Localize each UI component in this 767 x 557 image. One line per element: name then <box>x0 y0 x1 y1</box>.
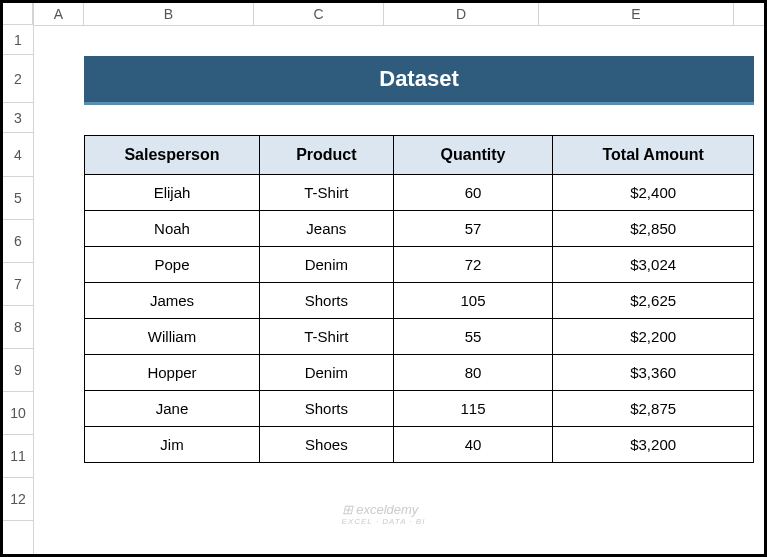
table-row: Hopper Denim 80 $3,360 <box>85 355 754 391</box>
cell-product[interactable]: Jeans <box>259 211 393 247</box>
cell-salesperson[interactable]: James <box>85 283 260 319</box>
row-header-5[interactable]: 5 <box>3 177 33 220</box>
row-header-1[interactable]: 1 <box>3 25 33 55</box>
row-header-10[interactable]: 10 <box>3 392 33 435</box>
cell-total[interactable]: $2,625 <box>553 283 754 319</box>
col-header-D[interactable]: D <box>384 3 539 25</box>
cell-total[interactable]: $3,200 <box>553 427 754 463</box>
table-row: William T-Shirt 55 $2,200 <box>85 319 754 355</box>
select-all-corner[interactable] <box>3 3 33 25</box>
cell-quantity[interactable]: 57 <box>393 211 553 247</box>
row-header-7[interactable]: 7 <box>3 263 33 306</box>
cell-total[interactable]: $3,024 <box>553 247 754 283</box>
dataset-title: Dataset <box>84 56 754 105</box>
data-table: Salesperson Product Quantity Total Amoun… <box>84 135 754 463</box>
row-header-11[interactable]: 11 <box>3 435 33 478</box>
cell-product[interactable]: Denim <box>259 247 393 283</box>
cell-salesperson[interactable]: William <box>85 319 260 355</box>
cell-salesperson[interactable]: Elijah <box>85 175 260 211</box>
table-row: James Shorts 105 $2,625 <box>85 283 754 319</box>
table-header-row: Salesperson Product Quantity Total Amoun… <box>85 136 754 175</box>
col-header-A[interactable]: A <box>34 3 84 25</box>
header-quantity[interactable]: Quantity <box>393 136 553 175</box>
column-headers-row: A B C D E <box>34 3 764 26</box>
row-header-8[interactable]: 8 <box>3 306 33 349</box>
col-header-E[interactable]: E <box>539 3 734 25</box>
cell-product[interactable]: Shorts <box>259 391 393 427</box>
row-header-3[interactable]: 3 <box>3 103 33 133</box>
cell-total[interactable]: $2,875 <box>553 391 754 427</box>
cell-total[interactable]: $2,400 <box>553 175 754 211</box>
cell-total[interactable]: $2,850 <box>553 211 754 247</box>
cell-product[interactable]: Shoes <box>259 427 393 463</box>
cell-quantity[interactable]: 72 <box>393 247 553 283</box>
row-header-4[interactable]: 4 <box>3 133 33 177</box>
row-header-6[interactable]: 6 <box>3 220 33 263</box>
cell-salesperson[interactable]: Jane <box>85 391 260 427</box>
cell-salesperson[interactable]: Pope <box>85 247 260 283</box>
table-row: Elijah T-Shirt 60 $2,400 <box>85 175 754 211</box>
table-row: Jane Shorts 115 $2,875 <box>85 391 754 427</box>
cell-quantity[interactable]: 115 <box>393 391 553 427</box>
cell-salesperson[interactable]: Jim <box>85 427 260 463</box>
cell-quantity[interactable]: 60 <box>393 175 553 211</box>
cell-salesperson[interactable]: Hopper <box>85 355 260 391</box>
header-product[interactable]: Product <box>259 136 393 175</box>
grid-body[interactable]: Dataset <box>34 26 764 554</box>
cell-product[interactable]: Shorts <box>259 283 393 319</box>
cell-total[interactable]: $3,360 <box>553 355 754 391</box>
row-header-2[interactable]: 2 <box>3 55 33 103</box>
row-headers-column: 1 2 3 4 5 6 7 8 9 10 11 12 <box>3 3 34 554</box>
col-header-C[interactable]: C <box>254 3 384 25</box>
cell-product[interactable]: T-Shirt <box>259 175 393 211</box>
main-grid: A B C D E Dataset <box>34 3 764 554</box>
header-total[interactable]: Total Amount <box>553 136 754 175</box>
table-row: Pope Denim 72 $3,024 <box>85 247 754 283</box>
cell-quantity[interactable]: 105 <box>393 283 553 319</box>
cell-quantity[interactable]: 40 <box>393 427 553 463</box>
cell-quantity[interactable]: 55 <box>393 319 553 355</box>
row-header-9[interactable]: 9 <box>3 349 33 392</box>
cell-product[interactable]: Denim <box>259 355 393 391</box>
row-header-12[interactable]: 12 <box>3 478 33 521</box>
cell-quantity[interactable]: 80 <box>393 355 553 391</box>
spreadsheet: 1 2 3 4 5 6 7 8 9 10 11 12 A B C D E <box>3 3 764 554</box>
col-header-B[interactable]: B <box>84 3 254 25</box>
table-row: Noah Jeans 57 $2,850 <box>85 211 754 247</box>
table-row: Jim Shoes 40 $3,200 <box>85 427 754 463</box>
cell-salesperson[interactable]: Noah <box>85 211 260 247</box>
cell-product[interactable]: T-Shirt <box>259 319 393 355</box>
cell-total[interactable]: $2,200 <box>553 319 754 355</box>
header-salesperson[interactable]: Salesperson <box>85 136 260 175</box>
